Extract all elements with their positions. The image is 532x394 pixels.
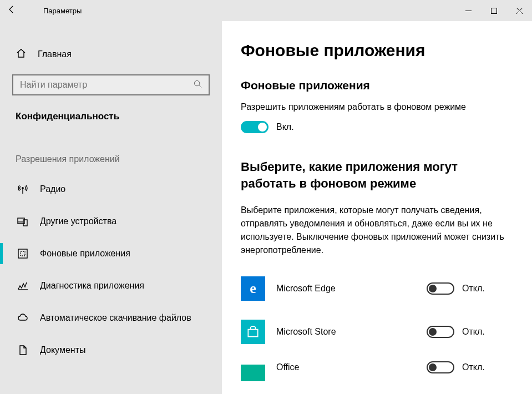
app-row-edge: e Microsoft Edge Откл. xyxy=(241,267,515,310)
svg-point-7 xyxy=(22,188,23,189)
section-title: Фоновые приложения xyxy=(241,79,515,92)
background-apps-icon xyxy=(17,248,29,259)
app-name: Microsoft Store xyxy=(276,327,427,337)
sidebar-item-auto-downloads[interactable]: Автоматическое скачивание файлов xyxy=(0,302,222,334)
devices-icon xyxy=(17,216,29,227)
section-description: Разрешить приложениям работать в фоновом… xyxy=(241,102,515,112)
diagnostics-icon xyxy=(17,280,29,291)
sidebar-item-label: Фоновые приложения xyxy=(40,249,130,259)
home-label: Главная xyxy=(38,49,72,59)
app-name: Office xyxy=(276,362,427,372)
radio-icon xyxy=(17,184,29,195)
app-toggle-store[interactable] xyxy=(427,326,454,338)
window-title: Параметры xyxy=(23,7,82,15)
close-button[interactable] xyxy=(506,0,532,21)
app-icon-edge: e xyxy=(241,276,265,301)
category-title: Конфиденциальность xyxy=(0,95,222,122)
master-toggle-label: Вкл. xyxy=(276,122,294,132)
sidebar-item-label: Другие устройства xyxy=(40,216,116,226)
app-row-store: Microsoft Store Откл. xyxy=(241,310,515,353)
sidebar-item-radio[interactable]: Радио xyxy=(0,173,222,205)
search-input[interactable] xyxy=(20,80,194,90)
sidebar-item-label: Документы xyxy=(40,345,85,355)
sidebar-item-background-apps[interactable]: Фоновые приложения xyxy=(0,238,222,270)
search-field[interactable] xyxy=(12,74,210,95)
sidebar-item-label: Диагностика приложения xyxy=(40,281,144,291)
sidebar-item-label: Автоматическое скачивание файлов xyxy=(40,313,191,323)
svg-rect-9 xyxy=(23,220,27,226)
svg-rect-11 xyxy=(18,249,27,258)
app-toggle-edge[interactable] xyxy=(427,282,454,295)
titlebar: Параметры xyxy=(0,0,532,21)
app-row-office: Office Откл. xyxy=(241,353,515,381)
app-list: e Microsoft Edge Откл. Microsoft Store О… xyxy=(241,267,515,381)
app-toggle-label: Откл. xyxy=(462,362,485,372)
sidebar-item-app-diagnostics[interactable]: Диагностика приложения xyxy=(0,270,222,302)
home-icon xyxy=(16,48,28,61)
maximize-button[interactable] xyxy=(481,0,506,21)
sidebar-item-documents[interactable]: Документы xyxy=(0,334,222,366)
section-title: Выберите, какие приложения могут работат… xyxy=(241,159,515,191)
main-content: Фоновые приложения Фоновые приложения Ра… xyxy=(222,21,532,394)
search-icon xyxy=(194,80,202,90)
master-toggle[interactable] xyxy=(241,121,268,133)
back-button[interactable] xyxy=(0,5,23,16)
sidebar: Главная Конфиденциальность Разрешения пр… xyxy=(0,21,222,394)
svg-rect-12 xyxy=(21,251,25,256)
svg-rect-1 xyxy=(491,8,496,13)
app-icon-office xyxy=(241,365,265,381)
app-toggle-label: Откл. xyxy=(462,327,485,337)
app-name: Microsoft Edge xyxy=(276,284,427,294)
page-title: Фоновые приложения xyxy=(241,41,515,60)
minimize-button[interactable] xyxy=(455,0,481,21)
home-link[interactable]: Главная xyxy=(0,40,222,69)
sidebar-item-label: Радио xyxy=(40,184,65,194)
section-body: Выберите приложения, которые могут получ… xyxy=(241,204,515,257)
cloud-download-icon xyxy=(17,312,29,324)
group-header: Разрешения приложений xyxy=(0,122,222,173)
sidebar-item-other-devices[interactable]: Другие устройства xyxy=(0,205,222,238)
svg-point-4 xyxy=(194,80,199,85)
app-toggle-office[interactable] xyxy=(427,361,454,373)
document-icon xyxy=(17,345,29,356)
svg-line-5 xyxy=(199,85,201,88)
app-icon-store xyxy=(241,320,265,344)
app-toggle-label: Откл. xyxy=(462,284,485,294)
